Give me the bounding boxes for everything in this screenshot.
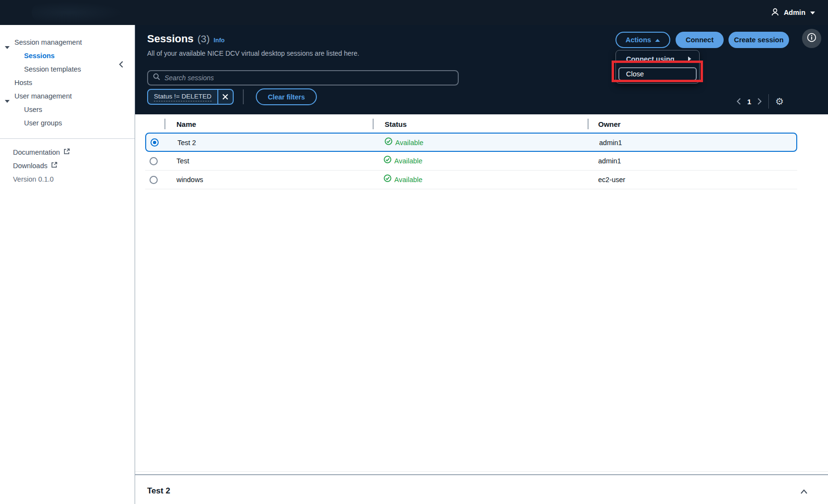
table-settings-gear-icon[interactable]: ⚙ — [775, 97, 784, 106]
table-row[interactable]: Test Available admin1 — [145, 152, 797, 171]
sidebar-item-users[interactable]: Users — [0, 103, 135, 116]
split-panel-collapse-button[interactable] — [800, 488, 808, 496]
cell-status: Available — [384, 171, 423, 189]
cell-owner: admin1 — [599, 134, 622, 152]
info-link[interactable]: Info — [213, 37, 225, 44]
sidebar-item-label: User management — [14, 92, 72, 100]
app-logo — [32, 2, 123, 23]
sidebar-collapse-button[interactable] — [114, 59, 127, 71]
column-separator — [164, 119, 165, 129]
user-icon — [771, 8, 779, 18]
external-link-icon — [63, 146, 70, 159]
row-radio[interactable] — [150, 157, 158, 165]
filter-token-dismiss-button[interactable] — [217, 90, 233, 104]
actions-button-label: Actions — [626, 36, 651, 44]
status-available-icon — [384, 152, 391, 171]
page-title: Sessions — [147, 33, 194, 45]
previous-page-button[interactable] — [736, 98, 741, 105]
cell-owner: admin1 — [598, 152, 621, 171]
sidebar-item-session-management[interactable]: Session management — [0, 36, 135, 49]
chevron-left-icon — [118, 61, 124, 70]
sidebar-item-label: Session templates — [24, 65, 81, 73]
connect-button[interactable]: Connect — [676, 32, 724, 48]
status-available-icon — [384, 171, 391, 189]
sessions-count: (3) — [198, 33, 210, 45]
sidebar-item-label: Users — [24, 106, 42, 113]
sidebar-item-label: Sessions — [24, 52, 55, 60]
top-navigation-bar: Admin — [0, 0, 828, 25]
filter-token-status[interactable]: Status != DELETED — [147, 89, 234, 105]
menu-item-close[interactable]: Close — [618, 67, 697, 81]
cell-status: Available — [385, 134, 424, 152]
downloads-link-label: Downloads — [13, 159, 48, 172]
current-page[interactable]: 1 — [747, 98, 751, 106]
sidebar-divider — [0, 138, 135, 139]
status-available-icon — [385, 134, 392, 152]
documentation-link-label: Documentation — [13, 146, 60, 159]
table-pagination: 1 ⚙ — [736, 94, 784, 109]
status-label: Available — [395, 134, 424, 152]
sidebar-item-hosts[interactable]: Hosts — [0, 76, 135, 89]
sidebar-item-label: Session management — [14, 38, 82, 46]
filter-separator — [243, 89, 244, 104]
version-label: Version 0.1.0 — [0, 172, 135, 186]
downloads-link[interactable]: Downloads — [0, 159, 135, 172]
caret-down-icon — [810, 9, 815, 16]
filter-token-label: Status != DELETED — [148, 90, 217, 104]
cell-status: Available — [384, 152, 423, 171]
table-row[interactable]: Test 2 Available admin1 — [145, 133, 797, 152]
submenu-arrow-icon — [688, 55, 691, 63]
table-row[interactable]: windows Available ec2-user — [145, 171, 797, 189]
documentation-link[interactable]: Documentation — [0, 146, 135, 159]
external-link-icon — [51, 159, 58, 172]
column-header-owner[interactable]: Owner — [598, 119, 621, 130]
split-panel-title: Test 2 — [147, 486, 170, 496]
clear-filters-button[interactable]: Clear filters — [256, 88, 317, 105]
column-separator — [373, 119, 374, 129]
page-description: All of your available NICE DCV virtual d… — [147, 49, 359, 57]
side-navigation: Session management Sessions Session temp… — [0, 25, 135, 504]
cell-name: Test — [176, 152, 189, 171]
status-label: Available — [394, 171, 423, 189]
cell-name: windows — [176, 171, 203, 189]
menu-item-label: Connect using — [626, 55, 675, 63]
create-session-button[interactable]: Create session — [728, 32, 789, 48]
column-header-status[interactable]: Status — [385, 119, 407, 130]
cell-name: Test 2 — [177, 134, 196, 152]
search-input[interactable]: Search sessions — [147, 70, 459, 86]
pagination-separator — [768, 94, 769, 109]
sidebar-item-label: User groups — [24, 119, 62, 127]
row-radio[interactable] — [150, 176, 158, 184]
table-bottom-border — [135, 471, 828, 472]
user-menu[interactable]: Admin — [771, 0, 815, 25]
row-radio-selected[interactable] — [151, 138, 159, 147]
info-circle-icon — [806, 32, 817, 45]
actions-dropdown-menu: Connect using Close — [615, 50, 700, 84]
info-panel-button[interactable] — [802, 29, 821, 48]
actions-button[interactable]: Actions — [615, 32, 670, 48]
status-label: Available — [394, 152, 423, 171]
search-icon — [153, 73, 161, 83]
search-placeholder: Search sessions — [164, 74, 214, 82]
triangle-up-icon — [655, 36, 660, 44]
content-header: Sessions (3) Info All of your available … — [135, 25, 828, 114]
split-panel: Test 2 — [135, 474, 828, 504]
user-label: Admin — [784, 9, 805, 16]
cell-owner: ec2-user — [598, 171, 625, 189]
sidebar-item-user-groups[interactable]: User groups — [0, 116, 135, 130]
sidebar-item-user-management[interactable]: User management — [0, 89, 135, 103]
column-header-name[interactable]: Name — [176, 119, 196, 130]
menu-item-connect-using[interactable]: Connect using — [616, 52, 699, 66]
next-page-button[interactable] — [757, 98, 762, 105]
column-separator — [588, 119, 589, 129]
sidebar-item-label: Hosts — [14, 79, 32, 86]
